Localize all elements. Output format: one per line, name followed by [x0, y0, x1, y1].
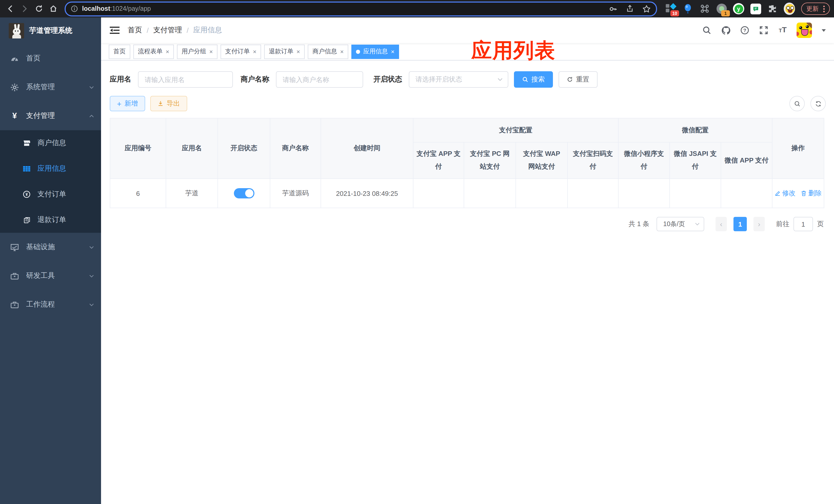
- export-button[interactable]: 导出: [150, 96, 187, 111]
- extension-chat-icon[interactable]: [750, 3, 761, 14]
- sidebar: 芋道管理系统 首页 系统管理 ¥ 支付管理: [0, 18, 101, 504]
- sidebar-collapse-icon[interactable]: [109, 25, 119, 36]
- page-size-select[interactable]: 10条/页: [657, 217, 704, 231]
- status-label: 开启状态: [373, 75, 402, 84]
- sidebar-item-merchant-info[interactable]: 商户信息: [0, 130, 101, 156]
- address-bar[interactable]: localhost:1024/pay/app: [65, 1, 657, 16]
- col-alipay-app: 支付宝 APP 支付: [413, 142, 464, 179]
- dashboard-icon: [10, 54, 19, 63]
- refresh-button[interactable]: [810, 96, 826, 111]
- site-info-icon[interactable]: [71, 5, 78, 12]
- browser-profile-avatar[interactable]: [784, 3, 795, 14]
- tab-refund-order[interactable]: 退款订单×: [264, 44, 305, 59]
- extension-blue-diamond-icon[interactable]: 10: [665, 3, 677, 14]
- close-icon[interactable]: ×: [253, 48, 257, 55]
- close-icon[interactable]: ×: [209, 48, 213, 55]
- edit-pencil-icon: [774, 190, 781, 197]
- merchant-name-input[interactable]: [276, 71, 363, 88]
- password-key-icon[interactable]: [609, 4, 618, 13]
- refresh-icon: [815, 100, 821, 107]
- merchant-name-label: 商户名称: [241, 75, 269, 84]
- extension-command-icon[interactable]: [699, 3, 710, 14]
- bookmark-star-icon[interactable]: [642, 4, 651, 13]
- status-select[interactable]: 请选择开启状态: [409, 71, 508, 88]
- extension-y-icon[interactable]: y: [733, 3, 744, 14]
- sidebar-item-dev-tools[interactable]: 研发工具: [0, 261, 101, 290]
- url-text[interactable]: localhost:1024/pay/app: [82, 5, 151, 12]
- close-icon[interactable]: ×: [166, 48, 169, 55]
- next-page-button[interactable]: ›: [753, 217, 765, 231]
- tab-user-group[interactable]: 用户分组×: [177, 44, 218, 59]
- reset-button[interactable]: 重置: [558, 71, 597, 88]
- chevron-down-icon: [89, 302, 94, 307]
- browser-menu-icon[interactable]: [823, 5, 825, 12]
- close-icon[interactable]: ×: [297, 48, 300, 55]
- page-size-value: 10条/页: [663, 220, 695, 228]
- page-content: 应用名 商户名称 开启状态 请选择开启状态 搜索 重置: [101, 61, 834, 231]
- sidebar-item-infra[interactable]: 基础设施: [0, 233, 101, 261]
- reload-icon[interactable]: [33, 3, 45, 15]
- prev-page-button[interactable]: ‹: [716, 217, 727, 231]
- close-icon[interactable]: ×: [391, 48, 394, 55]
- sidebar-item-label: 基础设施: [26, 243, 55, 252]
- back-icon[interactable]: [4, 3, 16, 15]
- sidebar-item-pay[interactable]: ¥ 支付管理: [0, 101, 101, 130]
- search-button[interactable]: 搜索: [514, 71, 553, 88]
- extensions-puzzle-icon[interactable]: [767, 3, 778, 14]
- github-icon[interactable]: [721, 25, 731, 36]
- show-search-button[interactable]: [789, 96, 805, 111]
- breadcrumb-pay[interactable]: 支付管理: [153, 26, 182, 35]
- goto-page-input[interactable]: [793, 217, 813, 231]
- app-name-input[interactable]: [138, 71, 233, 88]
- header-actions: ? TT: [702, 23, 826, 38]
- help-icon[interactable]: ?: [740, 25, 750, 36]
- toolbox-icon: [10, 300, 19, 309]
- delete-link[interactable]: 删除: [801, 189, 822, 198]
- plus-icon: +: [117, 100, 122, 108]
- breadcrumb-home[interactable]: 首页: [128, 26, 142, 35]
- enable-toggle[interactable]: [234, 188, 254, 199]
- col-alipay-pc: 支付宝 PC 网站支付: [464, 142, 516, 179]
- tab-home[interactable]: 首页: [109, 44, 130, 59]
- extension-recorder-icon[interactable]: 1: [716, 3, 727, 14]
- share-icon[interactable]: [626, 5, 634, 13]
- fullscreen-icon[interactable]: [759, 25, 769, 36]
- chevron-up-icon: [89, 114, 94, 118]
- sidebar-item-workflow[interactable]: 工作流程: [0, 290, 101, 319]
- sidebar-item-app-info[interactable]: 应用信息: [0, 156, 101, 182]
- edit-link[interactable]: 修改: [774, 189, 795, 198]
- close-icon[interactable]: ×: [340, 48, 344, 55]
- tab-merchant-info[interactable]: 商户信息×: [308, 44, 348, 59]
- home-icon[interactable]: [47, 3, 60, 15]
- chevron-down-icon: [498, 78, 503, 81]
- chrome-update-button[interactable]: 更新: [801, 3, 830, 15]
- tab-process-form[interactable]: 流程表单×: [133, 44, 174, 59]
- font-size-icon[interactable]: TT: [777, 25, 788, 36]
- col-actions: 操作: [772, 118, 824, 179]
- sidebar-item-system[interactable]: 系统管理: [0, 73, 101, 101]
- breadcrumb-current: 应用信息: [193, 26, 222, 35]
- page-number-1[interactable]: 1: [733, 217, 747, 231]
- add-button[interactable]: + 新增: [110, 96, 145, 111]
- avatar-caret-icon[interactable]: [822, 29, 826, 31]
- active-dot: [356, 49, 360, 53]
- search-icon[interactable]: [702, 25, 712, 36]
- sidebar-logo[interactable]: 芋道管理系统: [0, 18, 101, 44]
- tab-app-info-active[interactable]: 应用信息×: [351, 44, 399, 59]
- user-avatar[interactable]: [796, 23, 812, 38]
- sidebar-item-home[interactable]: 首页: [0, 44, 101, 73]
- extension-badge: 1: [721, 10, 730, 17]
- shop-icon: [23, 139, 31, 147]
- forward-icon[interactable]: [19, 3, 31, 15]
- sidebar-item-pay-order[interactable]: ¥ 支付订单: [0, 182, 101, 207]
- sidebar-item-refund-order[interactable]: 退款订单: [0, 207, 101, 233]
- sidebar-item-label: 商户信息: [38, 138, 66, 148]
- browser-toolbar: localhost:1024/pay/app 10 1: [0, 0, 834, 18]
- gear-icon: [10, 83, 19, 92]
- sidebar-item-label: 支付订单: [38, 190, 66, 199]
- tab-pay-order[interactable]: 支付订单×: [221, 44, 261, 59]
- tags-view-bar: 首页 流程表单× 用户分组× 支付订单× 退款订单× 商户信息× 应用信息×: [101, 43, 834, 61]
- cell-created: 2021-10-23 08:49:25: [321, 179, 413, 208]
- table-row: 6 芋道 芋道源码 2021-10-23 08:49:25: [110, 179, 824, 208]
- extension-balloon-icon[interactable]: [682, 3, 694, 14]
